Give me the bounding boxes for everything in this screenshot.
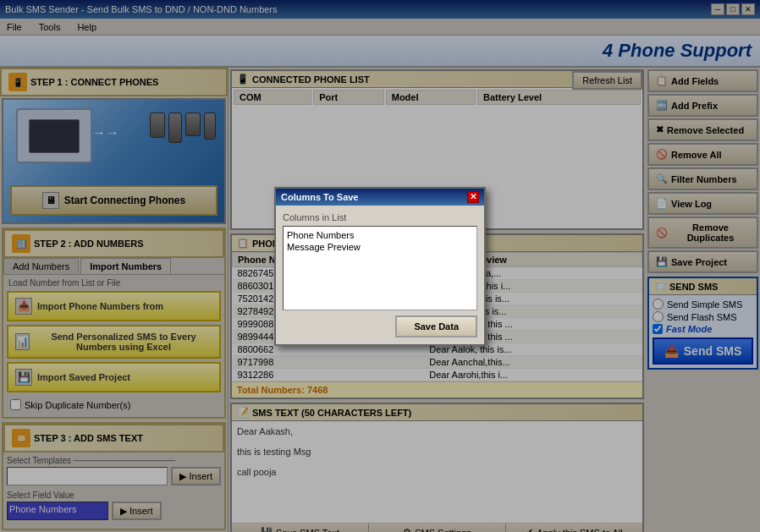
dialog-body: Columns in List Phone Numbers Message Pr… xyxy=(276,206,484,344)
dialog-title: Columns To Save xyxy=(281,192,358,202)
dialog-section-label: Columns in List xyxy=(283,212,477,222)
dialog-title-bar: Columns To Save ✕ xyxy=(276,189,484,206)
dialog-list: Phone Numbers Message Preview xyxy=(283,226,477,310)
dialog-overlay: Columns To Save ✕ Columns in List Phone … xyxy=(0,0,760,532)
dialog-item-phone[interactable]: Phone Numbers xyxy=(287,230,473,240)
columns-to-save-dialog: Columns To Save ✕ Columns in List Phone … xyxy=(274,187,486,346)
dialog-item-preview[interactable]: Message Preview xyxy=(287,242,473,252)
save-data-btn[interactable]: Save Data xyxy=(395,315,477,337)
dialog-close-btn[interactable]: ✕ xyxy=(467,191,479,203)
